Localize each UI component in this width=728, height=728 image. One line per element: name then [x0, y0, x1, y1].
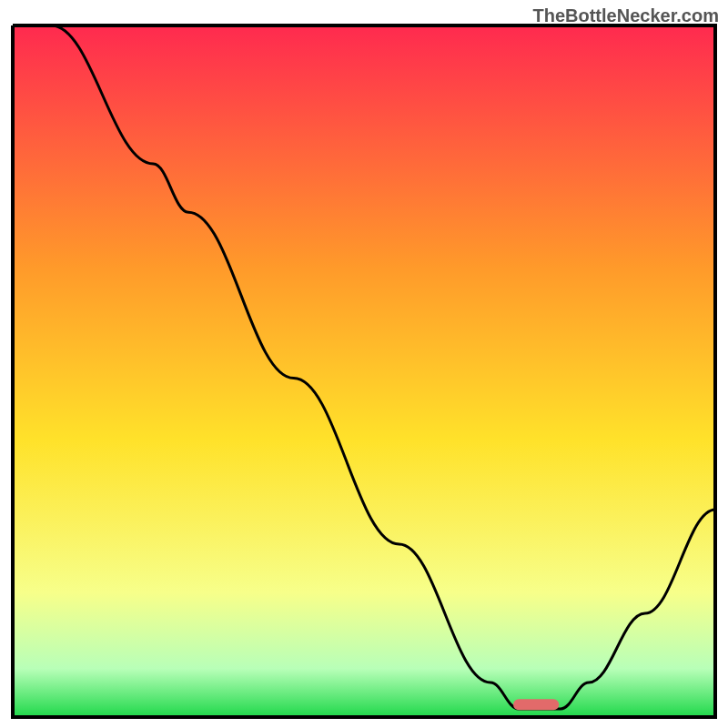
bottleneck-chart [0, 0, 728, 728]
watermark-text: TheBottleNecker.com [532, 5, 719, 26]
optimal-marker [513, 699, 559, 710]
chart-container: TheBottleNecker.com [0, 0, 728, 728]
